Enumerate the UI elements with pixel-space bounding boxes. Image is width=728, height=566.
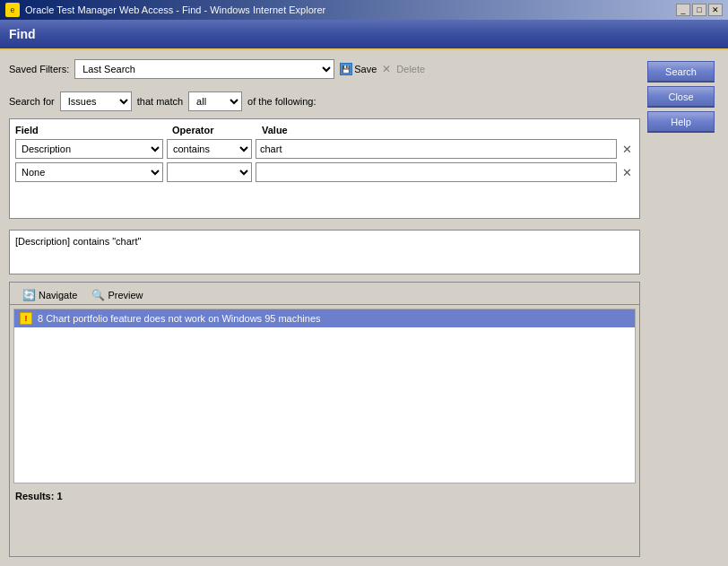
- results-tabs: 🔄 Navigate 🔍 Preview: [10, 283, 639, 305]
- remove-row-2-button[interactable]: ✕: [620, 166, 634, 179]
- criteria-headers: Field Operator Value: [15, 125, 634, 135]
- left-panel: Saved Filters: Last Search 💾 Save ✕ Dele…: [9, 59, 640, 557]
- search-button[interactable]: Search: [647, 61, 715, 83]
- help-button[interactable]: Help: [647, 111, 715, 133]
- result-item-text: 8 Chart portfolio feature does not work …: [38, 313, 321, 324]
- window-title: Find: [9, 27, 36, 41]
- value-input-2[interactable]: [256, 162, 617, 182]
- field-header: Field: [15, 125, 172, 135]
- operator-header: Operator: [172, 125, 262, 135]
- search-type-select[interactable]: Issues: [60, 91, 132, 111]
- field-select-2[interactable]: None: [15, 162, 163, 182]
- criteria-row-1: Description contains ✕: [15, 139, 634, 159]
- title-bar: e Oracle Test Manager Web Access - Find …: [0, 0, 728, 20]
- field-select-1[interactable]: Description: [15, 139, 163, 159]
- match-type-select[interactable]: all: [188, 91, 242, 111]
- result-item-1[interactable]: ! 8 Chart portfolio feature does not wor…: [14, 309, 635, 327]
- save-filter-button[interactable]: 💾 Save: [340, 63, 377, 75]
- results-label: Results:: [15, 491, 54, 501]
- x-icon: ✕: [382, 63, 391, 75]
- search-for-row: Search for Issues that match all of the …: [9, 91, 640, 111]
- preview-icon: 🔍: [91, 289, 105, 301]
- results-section: 🔄 Navigate 🔍 Preview ! 8 Chart portfolio…: [9, 282, 640, 557]
- window-header: Find: [0, 20, 728, 50]
- saved-filters-row: Saved Filters: Last Search 💾 Save ✕ Dele…: [9, 59, 640, 79]
- navigate-tab[interactable]: 🔄 Navigate: [15, 286, 84, 304]
- results-footer: Results: 1: [10, 487, 639, 505]
- disk-icon: 💾: [340, 63, 352, 75]
- title-bar-controls: _ □ ✕: [676, 4, 723, 16]
- close-window-button[interactable]: ✕: [708, 4, 723, 16]
- query-preview: [Description] contains "chart": [9, 230, 640, 274]
- results-list: ! 8 Chart portfolio feature does not wor…: [13, 309, 636, 483]
- main-content: Saved Filters: Last Search 💾 Save ✕ Dele…: [0, 50, 728, 566]
- query-preview-text: [Description] contains "chart": [15, 236, 141, 247]
- value-header: Value: [262, 125, 634, 135]
- app-icon: e: [5, 3, 20, 17]
- operator-select-1[interactable]: contains: [167, 139, 252, 159]
- of-following-label: of the following:: [247, 96, 316, 107]
- right-panel: Search Close Help: [647, 59, 719, 557]
- maximize-button[interactable]: □: [692, 4, 706, 16]
- operator-select-2[interactable]: [167, 162, 252, 182]
- preview-tab[interactable]: 🔍 Preview: [84, 286, 150, 304]
- warning-icon: !: [20, 312, 32, 325]
- remove-row-1-button[interactable]: ✕: [620, 143, 634, 156]
- saved-filters-label: Saved Filters:: [9, 64, 69, 74]
- criteria-row-2: None ✕: [15, 162, 634, 182]
- minimize-button[interactable]: _: [676, 4, 690, 16]
- criteria-box: Field Operator Value Description contain…: [9, 118, 640, 219]
- results-count: 1: [56, 491, 62, 501]
- saved-filters-select[interactable]: Last Search: [74, 59, 334, 79]
- search-for-label: Search for: [9, 96, 55, 107]
- navigate-icon: 🔄: [22, 289, 36, 301]
- close-button[interactable]: Close: [647, 86, 715, 108]
- title-bar-text: Oracle Test Manager Web Access - Find - …: [25, 4, 325, 15]
- value-input-1[interactable]: [256, 139, 617, 159]
- delete-filter-button[interactable]: Delete: [396, 64, 425, 74]
- that-match-label: that match: [137, 96, 183, 107]
